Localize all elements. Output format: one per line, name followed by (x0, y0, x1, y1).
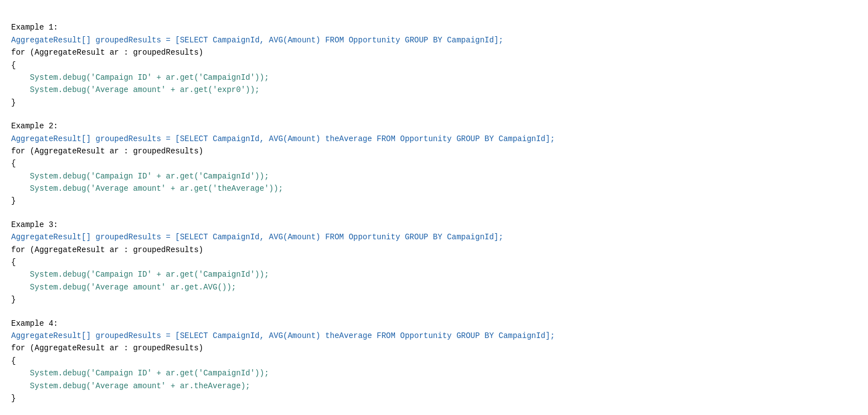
example-1-line-4: System.debug('Average amount' + ar.get('… (11, 84, 857, 96)
example-1-line-5: } (11, 96, 857, 109)
example-3-line-2: { (11, 256, 857, 268)
example-3-line-4: System.debug('Average amount' ar.get.AVG… (11, 281, 857, 293)
example-3-line-0: AggregateResult[] groupedResults = [SELE… (11, 231, 857, 243)
example-4: Example 4:AggregateResult[] groupedResul… (11, 317, 857, 405)
example-4-label: Example 4: (11, 317, 857, 330)
example-4-line-5: } (11, 392, 857, 404)
example-1-line-2: { (11, 59, 857, 71)
example-3-line-5: } (11, 293, 857, 306)
example-1: Example 1:AggregateResult[] groupedResul… (11, 21, 857, 109)
example-4-line-2: { (11, 355, 857, 367)
example-4-line-0: AggregateResult[] groupedResults = [SELE… (11, 330, 857, 342)
example-1-line-3: System.debug('Campaign ID' + ar.get('Cam… (11, 71, 857, 84)
example-2-line-5: } (11, 195, 857, 207)
example-2-line-1: for (AggregateResult ar : groupedResults… (11, 145, 857, 157)
example-4-line-4: System.debug('Average amount' + ar.theAv… (11, 380, 857, 392)
example-3-label: Example 3: (11, 219, 857, 231)
example-3-line-1: for (AggregateResult ar : groupedResults… (11, 244, 857, 256)
example-3-line-3: System.debug('Campaign ID' + ar.get('Cam… (11, 268, 857, 281)
example-4-line-3: System.debug('Campaign ID' + ar.get('Cam… (11, 367, 857, 379)
example-3: Example 3:AggregateResult[] groupedResul… (11, 219, 857, 306)
example-1-label: Example 1: (11, 21, 857, 33)
example-4-line-1: for (AggregateResult ar : groupedResults… (11, 342, 857, 354)
example-2: Example 2:AggregateResult[] groupedResul… (11, 120, 857, 207)
example-2-line-3: System.debug('Campaign ID' + ar.get('Cam… (11, 170, 857, 182)
example-1-line-1: for (AggregateResult ar : groupedResults… (11, 46, 857, 59)
code-container: Example 1:AggregateResult[] groupedResul… (11, 9, 857, 404)
example-2-label: Example 2: (11, 120, 857, 132)
example-1-line-0: AggregateResult[] groupedResults = [SELE… (11, 34, 857, 46)
example-2-line-2: { (11, 157, 857, 170)
example-2-line-4: System.debug('Average amount' + ar.get('… (11, 182, 857, 195)
example-2-line-0: AggregateResult[] groupedResults = [SELE… (11, 133, 857, 145)
